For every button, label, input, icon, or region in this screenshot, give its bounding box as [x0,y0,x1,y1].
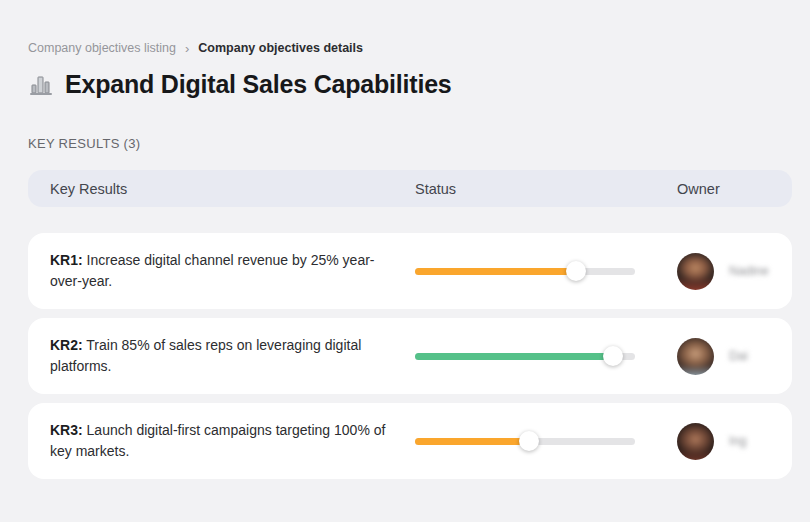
kr-label: KR3: [50,422,83,438]
status-cell [415,268,677,275]
owner-cell: Ing [677,423,792,460]
avatar [677,338,714,375]
breadcrumb-item-listing[interactable]: Company objectives listing [28,41,176,55]
key-results-section-label: KEY RESULTS (3) [28,136,792,151]
progress-fill [415,268,576,275]
kr-text: Launch digital-first campaigns targeting… [50,422,385,459]
column-header-status: Status [415,181,677,197]
owner-name: Nadine [729,264,769,278]
owner-name: Dai [729,349,748,363]
column-header-owner: Owner [677,181,792,197]
key-result-row-kr2[interactable]: KR2: Train 85% of sales reps on leveragi… [28,318,792,394]
kr-description: KR1: Increase digital channel revenue by… [28,250,415,292]
owner-cell: Nadine [677,253,792,290]
key-result-row-kr3[interactable]: KR3: Launch digital-first campaigns targ… [28,403,792,479]
chevron-right-icon: › [185,41,189,55]
kr-description: KR3: Launch digital-first campaigns targ… [28,420,415,462]
table-header: Key Results Status Owner [28,170,792,207]
progress-slider[interactable] [415,268,635,275]
slider-knob[interactable] [519,431,539,451]
page-title: Expand Digital Sales Capabilities [65,70,452,99]
slider-knob[interactable] [603,346,623,366]
objective-details-page: Company objectives listing › Company obj… [0,41,810,479]
kr-text: Train 85% of sales reps on leveraging di… [50,337,361,374]
breadcrumb-item-details: Company objectives details [198,41,363,55]
breadcrumb: Company objectives listing › Company obj… [28,41,792,55]
status-cell [415,438,677,445]
progress-fill [415,353,613,360]
avatar [677,253,714,290]
progress-slider[interactable] [415,353,635,360]
owner-cell: Dai [677,338,792,375]
progress-slider[interactable] [415,438,635,445]
title-row: Expand Digital Sales Capabilities [28,70,792,99]
kr-description: KR2: Train 85% of sales reps on leveragi… [28,335,415,377]
kr-label: KR1: [50,252,83,268]
status-cell [415,353,677,360]
bar-chart-icon [28,72,54,98]
kr-label: KR2: [50,337,83,353]
slider-knob[interactable] [566,261,586,281]
column-header-key-results: Key Results [28,181,415,197]
key-result-row-kr1[interactable]: KR1: Increase digital channel revenue by… [28,233,792,309]
owner-name: Ing [729,434,746,448]
progress-fill [415,438,529,445]
kr-text: Increase digital channel revenue by 25% … [50,252,375,289]
key-results-list: KR1: Increase digital channel revenue by… [28,233,792,479]
avatar [677,423,714,460]
